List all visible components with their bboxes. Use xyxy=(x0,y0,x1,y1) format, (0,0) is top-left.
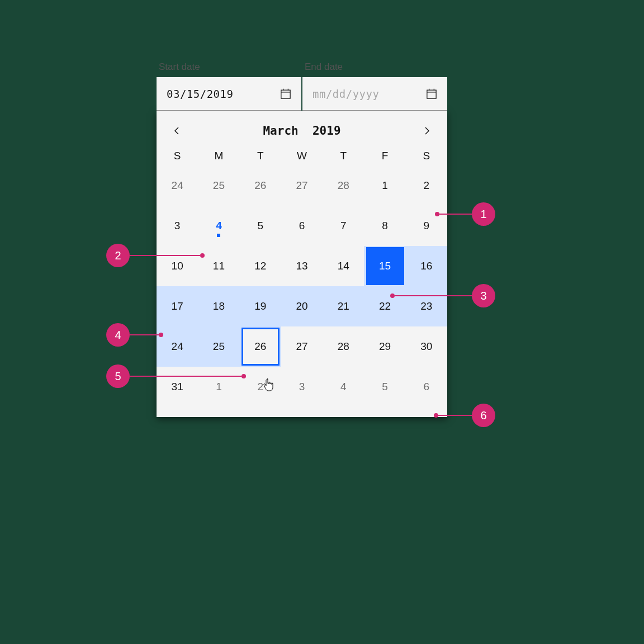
day-cell[interactable]: 30 xyxy=(406,326,447,367)
weekday-header: S M T W T F S xyxy=(157,146,447,165)
day-number: 8 xyxy=(366,207,404,245)
day-cell-selected[interactable]: 15 xyxy=(364,246,405,286)
day-number: 25 xyxy=(200,328,238,366)
day-number: 6 xyxy=(283,207,321,245)
day-number: 14 xyxy=(324,247,362,285)
day-number: 1 xyxy=(366,167,404,205)
day-number: 24 xyxy=(158,328,196,366)
day-number: 27 xyxy=(283,328,321,366)
weekday: T xyxy=(240,150,281,162)
day-cell[interactable]: 4 xyxy=(323,367,364,407)
day-number: 1 xyxy=(200,368,238,406)
weekday: W xyxy=(281,150,323,162)
day-cell[interactable]: 6 xyxy=(281,206,323,246)
day-number: 26 xyxy=(242,328,280,366)
day-cell[interactable]: 10 xyxy=(157,246,198,286)
day-cell[interactable]: 5 xyxy=(364,367,405,407)
day-cell[interactable]: 2 xyxy=(240,367,281,407)
day-cell[interactable]: 14 xyxy=(323,246,364,286)
end-date-input-placeholder: mm/dd/yyyy xyxy=(312,88,379,100)
weekday: F xyxy=(364,150,405,162)
day-cell[interactable]: 17 xyxy=(157,286,198,326)
day-cell[interactable]: 2 xyxy=(406,165,447,206)
day-number: 15 xyxy=(366,247,404,285)
day-number: 4 xyxy=(200,207,238,245)
day-cell[interactable]: 24 xyxy=(157,165,198,206)
start-date-input[interactable]: 03/15/2019 xyxy=(157,77,301,111)
day-cell[interactable]: 6 xyxy=(406,367,447,407)
day-cell[interactable]: 12 xyxy=(240,246,281,286)
day-number: 24 xyxy=(158,167,196,205)
day-cell[interactable]: 20 xyxy=(281,286,323,326)
day-cell[interactable]: 13 xyxy=(281,246,323,286)
svg-rect-4 xyxy=(427,90,436,98)
weekday: M xyxy=(198,150,239,162)
day-number: 9 xyxy=(408,207,446,245)
day-cell[interactable]: 27 xyxy=(281,326,323,367)
day-number: 11 xyxy=(200,247,238,285)
day-cell[interactable]: 19 xyxy=(240,286,281,326)
day-number: 20 xyxy=(283,287,321,325)
day-number: 28 xyxy=(324,167,362,205)
day-cell[interactable]: 8 xyxy=(364,206,405,246)
day-number: 30 xyxy=(408,328,446,366)
day-number: 18 xyxy=(200,287,238,325)
day-cell[interactable]: 3 xyxy=(157,206,198,246)
weekday: T xyxy=(323,150,364,162)
end-date-input[interactable]: mm/dd/yyyy xyxy=(302,77,447,111)
day-cell[interactable]: 25 xyxy=(198,326,239,367)
day-cell[interactable]: 22 xyxy=(364,286,405,326)
day-cell[interactable]: 28 xyxy=(323,165,364,206)
day-cell[interactable]: 24 xyxy=(157,326,198,367)
day-number: 22 xyxy=(366,287,404,325)
day-number: 31 xyxy=(158,368,196,406)
day-cell[interactable]: 16 xyxy=(406,246,447,286)
day-cell-today[interactable]: 4 xyxy=(198,206,239,246)
day-number: 25 xyxy=(200,167,238,205)
day-cell[interactable]: 21 xyxy=(323,286,364,326)
day-number: 13 xyxy=(283,247,321,285)
day-cell[interactable]: 28 xyxy=(323,326,364,367)
annotation-4: 4 xyxy=(106,323,163,347)
prev-month-button[interactable] xyxy=(169,123,184,139)
day-number: 23 xyxy=(408,287,446,325)
day-number: 26 xyxy=(242,167,280,205)
day-number: 6 xyxy=(408,368,446,406)
date-inputs-row: 03/15/2019 mm/dd/yyyy xyxy=(157,77,447,111)
day-number: 5 xyxy=(242,207,280,245)
day-cell[interactable]: 5 xyxy=(240,206,281,246)
calendar-panel: March 2019 S M T W T F S 242526272812345… xyxy=(157,111,447,417)
day-cell-hovered[interactable]: 26 xyxy=(240,326,281,367)
calendar-icon[interactable] xyxy=(426,88,437,100)
day-number: 4 xyxy=(324,368,362,406)
day-cell[interactable]: 18 xyxy=(198,286,239,326)
day-cell[interactable]: 1 xyxy=(198,367,239,407)
day-cell[interactable]: 9 xyxy=(406,206,447,246)
month-header: March 2019 xyxy=(157,117,447,146)
day-cell[interactable]: 11 xyxy=(198,246,239,286)
field-labels: Start date End date xyxy=(157,61,447,73)
day-number: 7 xyxy=(324,207,362,245)
end-date-label: End date xyxy=(302,61,447,73)
start-date-label: Start date xyxy=(157,61,301,73)
day-number: 28 xyxy=(324,328,362,366)
day-number: 29 xyxy=(366,328,404,366)
day-cell[interactable]: 1 xyxy=(364,165,405,206)
day-number: 5 xyxy=(366,368,404,406)
day-number: 19 xyxy=(242,287,280,325)
day-cell[interactable]: 23 xyxy=(406,286,447,326)
day-number: 3 xyxy=(283,368,321,406)
next-month-button[interactable] xyxy=(419,123,435,139)
day-cell[interactable]: 26 xyxy=(240,165,281,206)
weekday: S xyxy=(406,150,447,162)
calendar-icon[interactable] xyxy=(280,88,291,100)
day-cell[interactable]: 3 xyxy=(281,367,323,407)
day-cell[interactable]: 29 xyxy=(364,326,405,367)
svg-rect-0 xyxy=(281,90,290,98)
day-number: 12 xyxy=(242,247,280,285)
day-cell[interactable]: 7 xyxy=(323,206,364,246)
weekday: S xyxy=(157,150,198,162)
day-cell[interactable]: 31 xyxy=(157,367,198,407)
day-cell[interactable]: 27 xyxy=(281,165,323,206)
day-cell[interactable]: 25 xyxy=(198,165,239,206)
